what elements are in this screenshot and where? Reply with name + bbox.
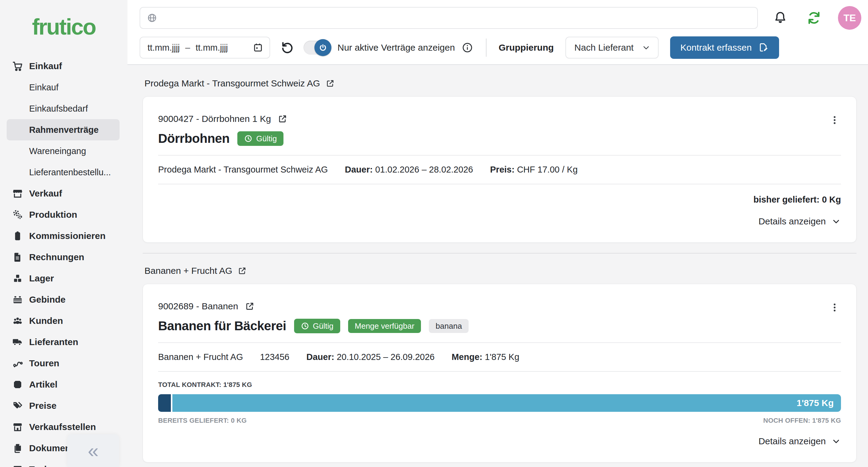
status-badge-label: Gültig [256,135,277,142]
sidebar-item-rahmenvertraege[interactable]: Rahmenverträge [7,119,120,140]
external-link-icon[interactable] [278,114,287,124]
sidebar-item-produktion[interactable]: Produktion [0,204,127,225]
sidebar-item-einkaufsbedarf[interactable]: Einkaufsbedarf [0,98,127,119]
sidebar-item-kommissionieren[interactable]: Kommissionieren [0,225,127,246]
calendar-icon[interactable] [252,42,264,53]
active-contracts-toggle[interactable] [304,41,330,55]
external-link-icon[interactable] [326,79,335,88]
sidebar-item-touren[interactable]: Touren [0,353,127,374]
sidebar-item-label: Artikel [29,379,57,390]
invoice-icon [12,252,23,263]
sidebar-collapse-button[interactable]: « [67,434,119,467]
details-toggle-label: Details anzeigen [758,216,826,227]
kebab-menu-icon [830,302,840,313]
meta-dauer-value: 01.02.2026 – 28.02.2026 [375,165,473,174]
sidebar-item-label: Gebinde [29,295,66,305]
card-divider [158,155,841,156]
reset-filters-button[interactable] [280,41,294,55]
supplier-group-title: Bananen + Frucht AG [145,266,232,276]
date-from-value: tt.mm.jjjj [148,43,180,53]
contract-code-row: 9002689 - Bananen [158,301,841,311]
progress-open-segment: 1'875 Kg [173,394,841,412]
contract-code: 9000427 - Dörrbohnen 1 Kg [158,114,271,124]
card-menu-button[interactable] [827,112,842,128]
sidebar-item-preise[interactable]: Preise [0,395,127,416]
external-link-icon[interactable] [245,301,255,311]
chevron-down-icon [831,436,841,446]
meta-ref: 123456 [260,352,289,362]
status-badge-valid: Gültig [294,319,340,333]
contract-progress-bar: 1'875 Kg [158,394,841,412]
date-range-input[interactable]: tt.mm.jjjj – tt.mm.jjjj [140,37,270,59]
sidebar-item-lieferantenbestellungen[interactable]: Lieferantenbestellu... [0,162,127,183]
avatar-initials: TE [843,12,856,24]
delivered-summary: bisher geliefert: 0 Kg [158,195,841,205]
search-input[interactable] [162,13,750,23]
meta-supplier: Prodega Markt - Transgourmet Schweiz AG [158,165,328,175]
gears-icon [12,209,23,220]
user-avatar[interactable]: TE [838,6,861,30]
sidebar-item-label: Lieferantenbestellu... [29,167,111,177]
sidebar-item-label: Tasks [29,464,54,467]
brand-logo[interactable]: frutico [0,14,127,40]
sidebar-item-label: Kunden [29,316,63,326]
sync-refresh-button[interactable] [806,10,822,26]
sidebar-item-rechnungen[interactable]: Rechnungen [0,246,127,268]
grouping-select[interactable]: Nach Lieferant [565,37,659,59]
details-toggle[interactable]: Details anzeigen [158,436,841,446]
status-badge-available: Menge verfügbar [348,319,421,333]
clipboard-icon [12,230,23,241]
sidebar-item-lieferanten[interactable]: Lieferanten [0,331,127,353]
status-badge-valid: Gültig [237,131,283,146]
sidebar-item-einkauf-group[interactable]: Einkauf [0,56,127,77]
double-chevron-left-icon: « [88,439,99,462]
filterbar-divider [486,38,487,57]
sidebar-item-verkauf[interactable]: Verkauf [0,183,127,204]
chevron-down-icon [642,43,651,52]
customers-icon [12,315,23,326]
progress-total-label: TOTAL KONTRAKT: 1'875 KG [158,381,841,389]
store-icon [12,422,23,432]
sidebar-item-label: Kommissionieren [29,231,105,241]
notifications-bell-button[interactable] [773,11,787,25]
sidebar-item-wareneingang[interactable]: Wareneingang [0,140,127,162]
sidebar-item-einkauf[interactable]: Einkauf [0,77,127,98]
contracts-content: Prodega Markt - Transgourmet Schweiz AG … [127,65,868,467]
info-icon[interactable] [462,42,473,54]
sidebar-item-label: Einkaufsbedarf [29,104,88,114]
contract-card: 9000427 - Dörrbohnen 1 Kg Dörrbohnen Gül… [143,96,857,243]
documents-icon [12,443,23,454]
sidebar-item-label: Einkauf [29,61,62,71]
cart-icon [12,61,23,72]
card-menu-button[interactable] [827,300,842,315]
details-toggle[interactable]: Details anzeigen [158,216,841,227]
contract-code: 9002689 - Bananen [158,301,238,311]
main-column: TE tt.mm.jjjj – tt.mm.jjjj Nur aktive Ve… [127,0,868,467]
create-contract-button[interactable]: Kontrakt erfassen [670,36,779,59]
contract-meta-row: Prodega Markt - Transgourmet Schweiz AG … [158,165,841,175]
meta-dauer-label: Dauer: [345,165,373,174]
meta-menge-value: 1'875 Kg [485,352,520,362]
card-divider [158,342,841,343]
tag-badge: banana [429,319,469,333]
kebab-menu-icon [830,115,840,125]
undo-icon [280,41,294,55]
warehouse-boxes-icon [12,273,23,284]
toggle-knob [314,39,332,56]
external-link-icon[interactable] [238,266,247,275]
sidebar-item-kunden[interactable]: Kunden [0,310,127,331]
tag-badge-label: banana [436,322,462,330]
contract-title: Dörrbohnen [158,131,229,146]
sidebar-item-label: Verkaufsstellen [29,422,96,432]
sidebar-item-artikel[interactable]: Artikel [0,374,127,395]
sidebar-item-label: Lager [29,273,54,283]
meta-menge: Menge: 1'875 Kg [452,352,519,362]
sidebar-item-lager[interactable]: Lager [0,268,127,289]
contract-title-row: Bananen für Bäckerei Gültig Menge verfüg… [158,319,841,333]
search-field[interactable] [140,7,758,29]
route-icon [12,358,23,369]
progress-delivered-label: BEREITS GELIEFERT: 0 KG [158,416,247,425]
meta-dauer-value: 20.10.2025 – 26.09.2026 [337,352,435,362]
status-badge-label: Gültig [313,322,334,330]
sidebar-item-gebinde[interactable]: Gebinde [0,289,127,310]
